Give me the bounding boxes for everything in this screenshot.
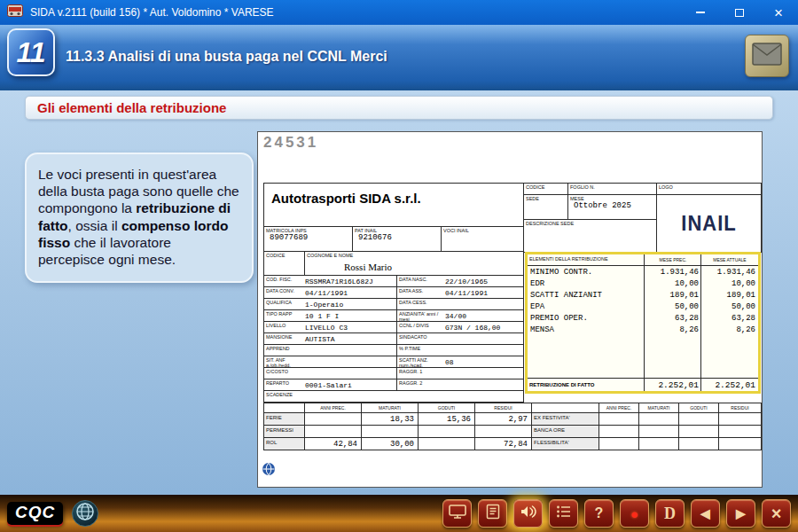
close-icon: × (771, 505, 782, 522)
label-descrizione-sede: DESCRIZIONE SEDE (524, 220, 656, 226)
employee-fields-table: COD. FISC.RSSMRA71R16L682J DATA NASC.22/… (263, 275, 524, 403)
window-title: SIDA v.2111 (build 156) * Aut. Voldomino… (30, 6, 681, 19)
company-box: Autotrasporti SIDA s.r.l. (263, 183, 524, 227)
section-title: Gli elementi della retribuzione (37, 100, 226, 115)
maximize-button[interactable] (720, 0, 759, 25)
field-value (445, 379, 523, 390)
label-codice: CODICE (264, 252, 304, 258)
envelope-icon (752, 43, 782, 69)
index-button[interactable] (549, 499, 578, 528)
cell (639, 413, 679, 425)
cell (419, 426, 475, 437)
field-value (305, 368, 396, 379)
screen-share-button[interactable] (442, 499, 472, 528)
field-row: MANSIONEAUTISTA SINDACATO (264, 333, 523, 345)
dictionary-button[interactable]: D (655, 499, 685, 528)
back-button[interactable]: ◀ (691, 499, 720, 528)
chapter-badge: 11 (7, 28, 55, 76)
row-label: FERIE (264, 413, 305, 425)
cell: 15,36 (419, 413, 475, 425)
field-label: REPARTO (264, 379, 305, 390)
field-value (305, 345, 396, 356)
titlebar: SIDA v.2111 (build 156) * Aut. Voldomino… (0, 0, 798, 25)
cqc-logo: CQC (7, 502, 63, 525)
item-att: 1.931,46 (701, 268, 758, 277)
field-value: 1-Operaio (305, 299, 396, 309)
table-row: FERIE 18,33 15,36 2,97 EX FESTIVITA' (264, 412, 761, 425)
retribuzione-row: EPA50,0050,00 (528, 301, 758, 312)
dictionary-icon: D (664, 505, 676, 521)
field-row: DATA CONV.04/11/1991 DATA ASS.04/11/1991 (264, 287, 523, 299)
row-label: PERMESSI (264, 426, 305, 437)
field-value: 04/11/1991 (305, 287, 396, 298)
list-icon (556, 505, 572, 522)
note-panel: Le voci presenti in quest'area della bus… (25, 153, 254, 283)
cell (639, 438, 679, 450)
value-mese: Ottobre 2025 (568, 201, 656, 210)
field-value: AUTISTA (305, 333, 396, 344)
label-voci-inail: VOCI INAIL (442, 227, 523, 233)
field-label: DATA NASC. (397, 276, 445, 286)
field-label: APPREND (264, 345, 305, 356)
field-label: SINDACATO (397, 333, 445, 344)
retribuzione-highlight-box: ELEMENTI DELLA RETRIBUZIONE MESE PREC. M… (525, 252, 761, 394)
field-label: QUALIFICA (264, 299, 305, 309)
header-cell: GODUTI (679, 403, 719, 412)
table-row: ROL 42,84 30,00 72,84 FLESSIBILITA' (264, 437, 761, 450)
label-cognome-nome: COGNOME E NOME (305, 252, 523, 258)
retribuzione-row: MENSA8,268,26 (528, 324, 758, 335)
audio-button[interactable] (513, 499, 543, 528)
cell (639, 426, 679, 437)
cell (679, 426, 719, 437)
field-label: DATA ASS. (397, 287, 445, 298)
globe-icon (75, 502, 95, 525)
exit-button[interactable]: × (762, 499, 791, 528)
retribuzione-row: EDR10,0010,00 (528, 278, 758, 289)
lesson-header: 11 11.3.3 Analisi di una busta paga nel … (0, 25, 798, 90)
field-label: RAGGR. 2 (397, 379, 445, 390)
cell: 42,84 (305, 438, 362, 450)
cell (305, 426, 362, 437)
item-att: 63,28 (701, 314, 758, 323)
record-button[interactable]: ● (620, 499, 649, 528)
field-value (445, 391, 523, 402)
label-matricola-inps: MATRICOLA INPS (264, 227, 352, 233)
cell (679, 413, 719, 425)
notes-button[interactable] (478, 499, 507, 528)
cell (419, 438, 475, 450)
toolbar: CQC ? ● D ◀ ▶ × (0, 495, 798, 532)
forward-button[interactable]: ▶ (726, 499, 755, 528)
field-row: SIT. ANF a./ob./redd. SCATTI ANZ. num./s… (264, 356, 523, 368)
minimize-button[interactable] (681, 0, 720, 25)
item-att: 10,00 (701, 279, 758, 288)
sede-box: SEDE (523, 194, 568, 220)
payslip-image: 24531 Autotrasporti SIDA s.r.l. CODICE F… (257, 131, 763, 488)
cell (719, 413, 761, 425)
cell (719, 438, 761, 450)
field-label (397, 391, 445, 402)
mail-button[interactable] (745, 35, 789, 77)
question-icon: ? (595, 506, 604, 520)
label-logo: LOGO (657, 184, 761, 190)
total-prec: 2.252,01 (645, 380, 701, 390)
close-button[interactable]: × (759, 0, 798, 25)
row-label: ROL (264, 438, 305, 450)
item-prec: 189,01 (645, 291, 701, 300)
field-value (445, 368, 523, 379)
label-pat-inail: PAT INAIL (353, 227, 441, 233)
language-button[interactable] (72, 500, 98, 527)
field-label: MANSIONE (264, 333, 305, 344)
leave-table-header: ANNI PREC. MATURATI GODUTI RESIDUI ANNI … (264, 403, 761, 412)
cqc-logo-text: CQC (15, 503, 55, 521)
table-row: PERMESSI BANCA ORE (264, 425, 761, 437)
item-label: EPA (528, 302, 645, 311)
help-button[interactable]: ? (584, 499, 614, 528)
header-cell: RESIDUI (475, 403, 532, 412)
field-label: SCADENZE (264, 391, 305, 402)
logo-box: INAIL (656, 194, 762, 253)
header-cell: MATURATI (362, 403, 419, 412)
header-cell: RESIDUI (719, 403, 761, 412)
cell: 72,84 (475, 438, 532, 450)
section-header: Gli elementi della retribuzione (25, 96, 773, 120)
close-icon: × (774, 5, 783, 20)
